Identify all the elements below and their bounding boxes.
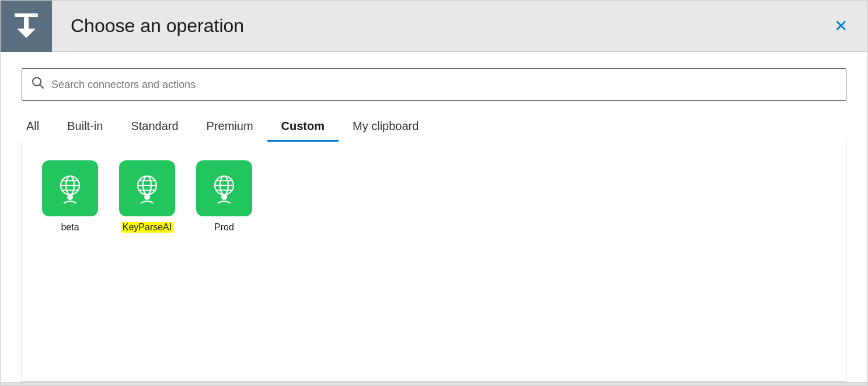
globe-user-icon [53, 171, 87, 205]
connector-label-beta: beta [61, 222, 79, 233]
tab-all[interactable]: All [22, 115, 53, 142]
tab-builtin[interactable]: Built-in [53, 115, 117, 142]
tabs-container: All Built-in Standard Premium Custom My … [22, 115, 846, 142]
connector-icon-keyparseai [119, 160, 175, 216]
svg-marker-2 [17, 29, 36, 38]
content-area: beta KeyP [22, 142, 846, 382]
search-input[interactable] [51, 79, 836, 91]
header-icon-box [1, 1, 52, 52]
svg-point-22 [221, 194, 227, 200]
connector-label-prod: Prod [214, 222, 234, 233]
connector-label-keyparseai: KeyParseAI [121, 222, 173, 233]
download-icon [11, 11, 41, 41]
svg-point-10 [67, 194, 73, 200]
tab-myclipboard[interactable]: My clipboard [339, 115, 433, 142]
dialog-header: Choose an operation ✕ [1, 1, 867, 52]
tab-premium[interactable]: Premium [193, 115, 267, 142]
bottom-bar [1, 382, 867, 385]
svg-line-4 [40, 85, 44, 89]
search-icon [32, 76, 44, 93]
svg-rect-0 [15, 13, 38, 17]
connector-item-prod[interactable]: Prod [195, 160, 253, 233]
close-button[interactable]: ✕ [823, 9, 858, 44]
dialog-body: All Built-in Standard Premium Custom My … [1, 52, 867, 382]
connector-item-beta[interactable]: beta [41, 160, 99, 233]
svg-point-16 [144, 194, 150, 200]
connector-icon-prod [196, 160, 252, 216]
globe-user-icon-2 [130, 171, 164, 205]
connector-grid: beta KeyP [41, 160, 827, 233]
connector-icon-beta [42, 160, 98, 216]
dialog-container: Choose an operation ✕ All Built-in Stand… [0, 0, 868, 386]
search-bar [22, 68, 846, 101]
tab-standard[interactable]: Standard [117, 115, 192, 142]
dialog-title: Choose an operation [71, 15, 823, 37]
svg-rect-1 [24, 17, 29, 30]
globe-user-icon-3 [207, 171, 241, 205]
connector-item-keyparseai[interactable]: KeyParseAI [118, 160, 176, 233]
tab-custom[interactable]: Custom [267, 115, 339, 142]
